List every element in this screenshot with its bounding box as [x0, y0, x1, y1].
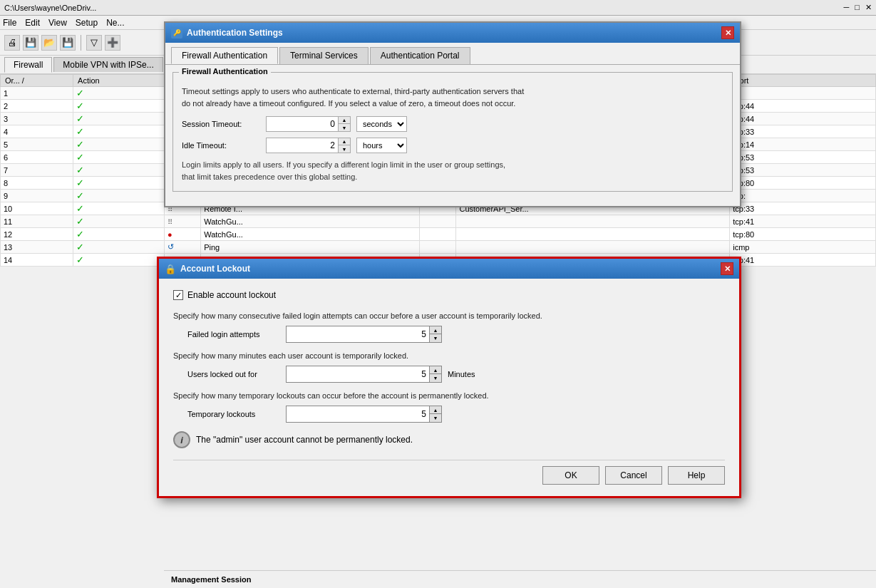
enable-lockout-checkbox[interactable]: ✓: [173, 290, 183, 300]
cell-action: ✓: [73, 138, 165, 151]
col-order: Or... /: [1, 75, 73, 87]
idle-timeout-down[interactable]: ▼: [339, 145, 350, 153]
auth-title-left: 🔑 Authentication Settings: [171, 27, 283, 38]
info-icon: i: [173, 431, 190, 448]
cell-action: ✓: [73, 100, 165, 113]
menu-file[interactable]: File: [3, 18, 16, 28]
toolbar-icon-4[interactable]: 💾: [60, 35, 76, 51]
tab-terminal-services[interactable]: Terminal Services: [279, 47, 369, 64]
cell-action: ✓: [73, 113, 165, 125]
tab-mobile-vpn[interactable]: Mobile VPN with IPSe...: [53, 57, 163, 72]
auth-dialog-body: Firewall Authentication Timeout settings…: [165, 65, 740, 206]
col-action: Action: [73, 75, 165, 87]
cell-port: icmp: [730, 241, 876, 254]
toolbar-icon-3[interactable]: 📂: [41, 35, 57, 51]
cell-num: 13: [1, 241, 73, 254]
table-row[interactable]: 12 ✓ ● WatchGu... tcp:80: [1, 228, 876, 241]
toolbar-icon-2[interactable]: 💾: [23, 35, 38, 51]
table-row[interactable]: 11 ✓ ⠿ WatchGu... tcp:41: [1, 215, 876, 228]
users-locked-down[interactable]: ▼: [430, 374, 441, 382]
temp-lockouts-up[interactable]: ▲: [430, 406, 441, 414]
idle-timeout-label: Idle Timeout:: [182, 141, 260, 150]
lockout-title: Account Lockout: [180, 264, 250, 274]
cell-num: 14: [1, 254, 73, 267]
cell-port: [730, 87, 876, 100]
users-locked-btns: ▲ ▼: [429, 366, 441, 382]
idle-timeout-field[interactable]: [267, 138, 338, 153]
cell-action: ✓: [73, 254, 165, 267]
auth-dialog: 🔑 Authentication Settings ✕ Firewall Aut…: [164, 21, 741, 207]
idle-timeout-up[interactable]: ▲: [339, 138, 350, 145]
users-locked-spin[interactable]: ▲ ▼: [286, 366, 442, 383]
session-timeout-label: Session Timeout:: [182, 120, 260, 128]
cell-action: ✓: [73, 87, 165, 100]
cell-action: ✓: [73, 228, 165, 241]
minimize-icon[interactable]: ─: [844, 3, 850, 12]
close-icon[interactable]: ✕: [865, 3, 872, 12]
temp-lockouts-field[interactable]: [287, 406, 429, 422]
col-port: Port: [730, 75, 876, 87]
bg-title-text: C:\Users\wayne\OneDriv...: [4, 4, 96, 12]
cell-action: ✓: [73, 215, 165, 228]
cell-action: ✓: [73, 241, 165, 254]
users-locked-up[interactable]: ▲: [430, 366, 441, 374]
session-timeout-spin[interactable]: ▲ ▼: [266, 116, 351, 132]
idle-timeout-unit[interactable]: seconds minutes hours days: [356, 138, 407, 153]
help-button[interactable]: Help: [668, 466, 725, 485]
section3-text: Specify how many temporary lockouts can …: [173, 391, 725, 400]
menu-edit[interactable]: Edit: [25, 18, 40, 28]
cell-port: tcp:41: [730, 215, 876, 228]
toolbar-icon-6[interactable]: ➕: [105, 35, 120, 51]
cell-num: 11: [1, 215, 73, 228]
cancel-button[interactable]: Cancel: [605, 466, 662, 485]
auth-dialog-title: Authentication Settings: [187, 28, 283, 38]
toolbar-icon-5[interactable]: ▽: [86, 35, 102, 51]
tab-firewall[interactable]: Firewall: [4, 57, 52, 73]
enable-lockout-label: Enable account lockout: [187, 290, 276, 300]
cell-num: 8: [1, 177, 73, 190]
management-section: Management Session: [164, 570, 876, 588]
maximize-icon[interactable]: □: [855, 3, 860, 12]
cell-num: 5: [1, 138, 73, 151]
lockout-close-btn[interactable]: ✕: [721, 262, 733, 275]
auth-dialog-close[interactable]: ✕: [721, 26, 734, 39]
failed-attempts-row: Failed login attempts ▲ ▼: [187, 326, 725, 343]
session-timeout-up[interactable]: ▲: [339, 117, 350, 124]
menu-setup[interactable]: Setup: [76, 18, 98, 28]
failed-attempts-down[interactable]: ▼: [430, 334, 441, 342]
lockout-body: ✓ Enable account lockout Specify how man…: [159, 279, 739, 496]
cell-num: 1: [1, 87, 73, 100]
cell-name: Ping: [201, 241, 420, 254]
session-timeout-unit[interactable]: seconds minutes hours days: [356, 116, 407, 132]
cell-dest: [456, 241, 730, 254]
session-timeout-field[interactable]: [267, 117, 338, 131]
temp-lockouts-spin[interactable]: ▲ ▼: [286, 406, 442, 423]
cell-name: WatchGu...: [201, 215, 420, 228]
failed-attempts-field[interactable]: [287, 326, 429, 342]
cell-port: tcp:53: [730, 164, 876, 177]
cell-num: 12: [1, 228, 73, 241]
failed-attempts-up[interactable]: ▲: [430, 326, 441, 334]
tab-auth-portal[interactable]: Authentication Portal: [370, 47, 470, 64]
failed-attempts-btns: ▲ ▼: [429, 326, 441, 342]
timeout-desc: Timeout settings apply to users who auth…: [182, 86, 723, 109]
table-row[interactable]: 13 ✓ ↺ Ping icmp: [1, 241, 876, 254]
auth-dialog-icon: 🔑: [171, 27, 182, 38]
menu-ne[interactable]: Ne...: [106, 18, 124, 28]
lockout-icon: 🔒: [165, 264, 176, 274]
temp-lockouts-down[interactable]: ▼: [430, 414, 441, 422]
cell-name: WatchGu...: [201, 228, 420, 241]
session-timeout-row: Session Timeout: ▲ ▼ seconds minutes hou…: [182, 116, 723, 132]
toolbar-icon-1[interactable]: 🖨: [4, 35, 20, 51]
cell-dest: [456, 215, 730, 228]
section1-text: Specify how many consecutive failed logi…: [173, 311, 725, 320]
ok-button[interactable]: OK: [542, 466, 599, 485]
menu-view[interactable]: View: [48, 18, 67, 28]
idle-timeout-spin[interactable]: ▲ ▼: [266, 138, 351, 153]
session-timeout-down[interactable]: ▼: [339, 124, 350, 131]
tab-firewall-auth[interactable]: Firewall Authentication: [171, 47, 278, 64]
cell-port: tcp:44: [730, 113, 876, 125]
users-locked-field[interactable]: [287, 366, 429, 382]
cell-icon: ⠿: [165, 215, 201, 228]
failed-attempts-spin[interactable]: ▲ ▼: [286, 326, 442, 343]
